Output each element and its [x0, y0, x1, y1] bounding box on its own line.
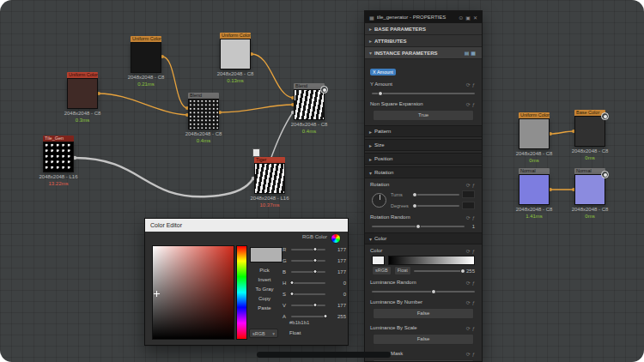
- y-amount-slider[interactable]: [365, 88, 482, 98]
- subsection-rotation[interactable]: ▾ Rotation: [365, 166, 482, 178]
- close-icon[interactable]: ✕: [473, 15, 477, 21]
- subsection-position[interactable]: ▸ Position: [365, 153, 482, 165]
- slider-row-a[interactable]: A 255: [283, 312, 346, 320]
- color-wheel-icon[interactable]: [331, 233, 341, 244]
- node-thumbnail[interactable]: [519, 174, 550, 205]
- hex-value[interactable]: #b1b1b1: [289, 320, 309, 325]
- function-icon[interactable]: ƒ: [472, 102, 477, 107]
- function-icon[interactable]: ƒ: [472, 326, 477, 331]
- slider-value[interactable]: 177: [328, 303, 346, 308]
- exposed-param-chip[interactable]: X Amount: [370, 69, 396, 75]
- reset-icon[interactable]: ⟳: [466, 300, 472, 305]
- node-base-color[interactable]: Base Color 2048x2048 - C8 0ms: [574, 110, 605, 147]
- slider-row-v[interactable]: V 177: [283, 301, 346, 309]
- degrees-slider[interactable]: [412, 205, 459, 207]
- function-icon[interactable]: ƒ: [472, 249, 477, 254]
- slider-row-r[interactable]: R 177: [283, 245, 346, 253]
- node-uniform-color[interactable]: Uniform Color 2048x2048 - C8 0.21ms: [131, 36, 161, 73]
- node-resolution: 2048x2048 - C8: [64, 111, 101, 116]
- slider-row-h[interactable]: H 0: [283, 279, 346, 287]
- node-thumbnail[interactable]: [67, 78, 98, 109]
- slider-value[interactable]: 0: [328, 292, 346, 297]
- function-icon[interactable]: ƒ: [472, 215, 477, 220]
- function-icon[interactable]: ƒ: [472, 352, 477, 357]
- srgb-button[interactable]: sRGB: [372, 266, 392, 275]
- slider-row-g[interactable]: G 177: [283, 256, 346, 264]
- node-uniform-color[interactable]: Uniform Color 2048x2048 - C8 0ms: [519, 112, 550, 149]
- function-icon[interactable]: ƒ: [472, 82, 477, 87]
- float-button[interactable]: Float: [394, 266, 411, 275]
- node-tiger[interactable]: Tiger 2048x2048 - L16 10.37ms: [254, 157, 285, 194]
- pin-icon[interactable]: ⊙: [459, 15, 463, 21]
- node-normal[interactable]: Normal 2048x2048 - C8 1.41ms: [519, 168, 550, 205]
- node-uniform-color[interactable]: Uniform Color 2048x2048 - C8 0.3ms: [67, 72, 98, 109]
- node-tile-generator[interactable]: Tile_Gen 2048x2048 - L16 13.22ms: [43, 136, 74, 172]
- pick-button[interactable]: Pick: [246, 268, 283, 273]
- reset-icon[interactable]: ⟳: [466, 326, 472, 331]
- luminance-gradient[interactable]: [388, 256, 475, 265]
- color-swatch[interactable]: [372, 256, 385, 265]
- function-icon[interactable]: ƒ: [472, 300, 477, 305]
- paste-button[interactable]: Paste: [246, 305, 283, 311]
- color-mode-label[interactable]: RGB Color: [302, 234, 327, 239]
- hue-strip[interactable]: [236, 245, 247, 340]
- subsection-pattern[interactable]: ▸ Pattern: [365, 125, 482, 137]
- slider-value[interactable]: 255: [328, 314, 346, 319]
- rotation-random-slider[interactable]: 1: [365, 221, 482, 231]
- section-instance-parameters[interactable]: ▾ INSTANCE PARAMETERS ▤▦: [365, 47, 482, 59]
- to-gray-button[interactable]: To Gray: [246, 287, 283, 292]
- node-blend[interactable]: Blend 2048x2048 - C8 0.4ms: [294, 83, 325, 120]
- section-attributes[interactable]: ▸ ATTRIBUTES: [365, 35, 482, 47]
- luminance-by-number-toggle[interactable]: False: [373, 308, 474, 319]
- non-square-expansion-toggle[interactable]: True: [373, 110, 474, 121]
- node-normal[interactable]: Normal 2048x2048 - C8 0ms: [574, 168, 605, 205]
- reset-icon[interactable]: ⟳: [466, 249, 472, 254]
- node-thumbnail[interactable]: [254, 163, 285, 194]
- node-blend[interactable]: Blend 2048x2048 - C8 0.4ms: [188, 93, 219, 130]
- node-thumbnail[interactable]: [131, 42, 161, 73]
- luminance-random-slider[interactable]: [365, 287, 482, 296]
- node-thumbnail[interactable]: [188, 99, 219, 130]
- node-time: 0ms: [529, 158, 538, 163]
- subsection-color[interactable]: ▾ Color: [365, 232, 482, 244]
- node-thumbnail[interactable]: [43, 142, 74, 172]
- subsection-size[interactable]: ▸ Size: [365, 139, 482, 151]
- slider-value[interactable]: 0: [328, 281, 346, 286]
- function-icon[interactable]: ƒ: [472, 281, 477, 286]
- grid-icon[interactable]: ▦: [471, 51, 477, 56]
- slider-row-s[interactable]: S 0: [283, 290, 346, 298]
- slider-value[interactable]: 177: [328, 269, 346, 275]
- reset-icon[interactable]: ⟳: [466, 82, 472, 87]
- reset-icon[interactable]: ⟳: [466, 352, 472, 357]
- copy-button[interactable]: Copy: [246, 296, 283, 301]
- slider-value[interactable]: 177: [328, 258, 346, 263]
- color-editor-title[interactable]: Color Editor: [145, 219, 348, 232]
- node-thumbnail[interactable]: [574, 116, 605, 147]
- turns-value-box[interactable]: [462, 190, 475, 198]
- node-uniform-color[interactable]: Uniform Color 2048x2048 - C8 0.13ms: [220, 33, 251, 69]
- slider-value[interactable]: 177: [328, 247, 346, 252]
- saturation-value-picker[interactable]: [152, 245, 234, 340]
- dock-icon[interactable]: ▣: [465, 15, 471, 21]
- properties-titlebar[interactable]: ▦ tile_generator - PROPERTIES ⊙ ▣ ✕: [365, 11, 482, 23]
- node-thumbnail[interactable]: [294, 89, 325, 120]
- turns-slider[interactable]: [412, 194, 459, 196]
- node-thumbnail[interactable]: [220, 39, 251, 69]
- degrees-value-box[interactable]: [462, 202, 475, 209]
- reset-icon[interactable]: ⟳: [466, 183, 472, 188]
- degrees-label: Degrees: [391, 203, 410, 208]
- slider-row-b[interactable]: B 177: [283, 268, 346, 275]
- function-icon[interactable]: ƒ: [472, 183, 477, 188]
- srgb-dropdown[interactable]: sRGB ▾: [249, 329, 278, 338]
- float-button[interactable]: Float: [289, 330, 301, 335]
- reset-icon[interactable]: ⟳: [466, 215, 472, 220]
- node-thumbnail[interactable]: [574, 174, 605, 205]
- luminance-by-scale-toggle[interactable]: False: [373, 334, 474, 345]
- rotation-dial[interactable]: [372, 193, 386, 208]
- reset-icon[interactable]: ⟳: [466, 102, 472, 107]
- invert-button[interactable]: Invert: [246, 277, 283, 282]
- reset-icon[interactable]: ⟳: [466, 281, 472, 286]
- node-thumbnail[interactable]: [519, 118, 550, 149]
- color-value-slider[interactable]: [414, 270, 464, 272]
- section-base-parameters[interactable]: ▸ BASE PARAMETERS: [365, 23, 482, 35]
